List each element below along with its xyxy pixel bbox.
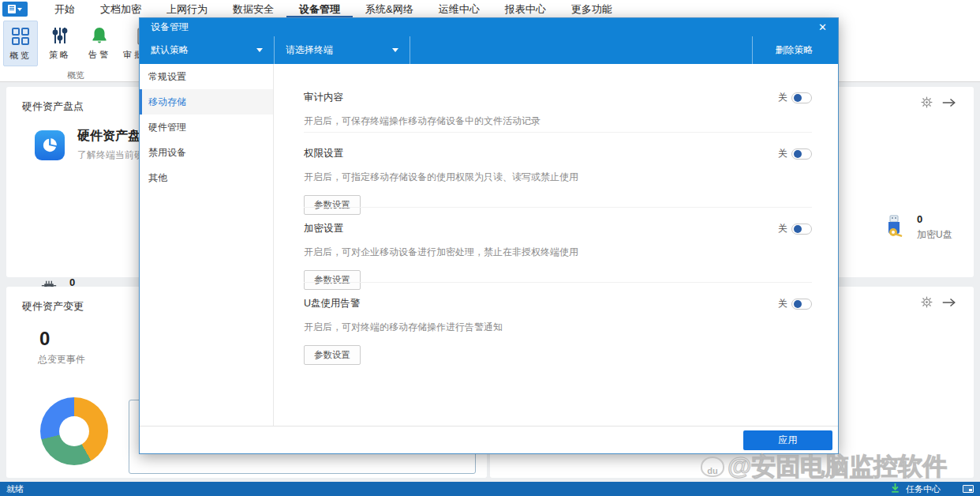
- ribbon-item-policy[interactable]: 策略: [43, 21, 77, 66]
- menu-item-system-network[interactable]: 系统&网络: [353, 0, 426, 17]
- menu-item-web-behavior[interactable]: 上网行为: [154, 0, 220, 17]
- gear-icon[interactable]: [921, 296, 933, 310]
- usb-label: 加密U盘: [917, 228, 952, 242]
- modal-title: 设备管理: [151, 21, 189, 34]
- task-center-link[interactable]: 任务中心: [906, 483, 941, 495]
- status-bar: 就绪 任务中心: [0, 482, 980, 496]
- bell-icon: [89, 25, 110, 46]
- card-title: 硬件资产变更: [22, 299, 84, 314]
- permission-toggle[interactable]: 关: [778, 147, 812, 160]
- ribbon-item-alert[interactable]: 告警: [82, 21, 117, 66]
- terminal-dropdown-value: 请选择终端: [286, 43, 333, 57]
- modal-toolbar: 默认策略 请选择终端 删除策略: [140, 36, 838, 64]
- card-title: 硬件资产盘点: [22, 100, 84, 114]
- toggle-state-label: 关: [778, 222, 787, 235]
- section-encryption-settings: 加密设置 关 开启后，可对企业移动设备进行加密处理，禁止在非授权终端使用 参数设…: [304, 222, 812, 290]
- encrypted-usb-icon: [884, 215, 904, 241]
- audit-toggle[interactable]: 关: [778, 91, 812, 104]
- pie-chart-icon: [35, 130, 65, 160]
- gear-icon[interactable]: [921, 96, 933, 111]
- modal-header: 设备管理 ✕: [140, 18, 838, 36]
- ribbon-item-label: 告警: [88, 49, 110, 61]
- sidebar-item-disabled-devices[interactable]: 禁用设备: [140, 140, 273, 165]
- sidebar-item-other[interactable]: 其他: [140, 165, 273, 190]
- chevron-down-icon: [256, 48, 263, 52]
- usb-count: 0: [917, 213, 952, 225]
- terminal-dropdown[interactable]: 请选择终端: [275, 36, 410, 64]
- menu-item-device-management[interactable]: 设备管理: [286, 0, 353, 17]
- total-change-value: 0: [39, 328, 50, 350]
- section-description: 开启后，可对企业移动设备进行加密处理，禁止在非授权终端使用: [304, 246, 812, 259]
- menu-item-more[interactable]: 更多功能: [559, 0, 625, 17]
- menu-item-start[interactable]: 开始: [42, 0, 88, 17]
- app-menu-button[interactable]: [2, 2, 28, 17]
- hardware-hero: 硬件资产盘点 了解终端当前硬件: [35, 128, 153, 162]
- toggle-state-label: 关: [778, 147, 787, 160]
- ribbon-item-overview[interactable]: 概览: [3, 21, 38, 66]
- close-icon[interactable]: ✕: [818, 22, 827, 32]
- menu-items: 开始 文档加密 上网行为 数据安全 设备管理 系统&网络 运维中心 报表中心 更…: [42, 0, 625, 17]
- section-title: U盘使用告警: [304, 297, 361, 310]
- arrow-right-icon[interactable]: [942, 297, 956, 310]
- usb-alert-toggle[interactable]: 关: [778, 297, 812, 310]
- app-logo-icon: [8, 5, 16, 13]
- modal-content: 审计内容 关 开启后，可保存终端操作移动存储设备中的文件活动记录 权限设置 关 …: [274, 64, 840, 427]
- section-permission-settings: 权限设置 关 开启后，可指定移动存储设备的使用权限为只读、读写或禁止使用 参数设…: [304, 147, 812, 215]
- device-management-modal: 设备管理 ✕ 默认策略 请选择终端 删除策略 常规设置 移动存储 硬件管理 禁用…: [139, 17, 839, 454]
- chevron-down-icon: [392, 48, 398, 52]
- ribbon-item-label: 策略: [49, 49, 71, 61]
- parameter-settings-button[interactable]: 参数设置: [304, 345, 361, 365]
- total-change-label: 总变更事件: [38, 353, 85, 366]
- sidebar-item-hardware-management[interactable]: 硬件管理: [140, 115, 273, 140]
- section-title: 审计内容: [304, 91, 343, 104]
- policy-dropdown-value: 默认策略: [151, 43, 189, 57]
- section-audit-content: 审计内容 关 开启后，可保存终端操作移动存储设备中的文件活动记录: [304, 91, 812, 128]
- delete-policy-button[interactable]: 删除策略: [750, 36, 838, 64]
- section-title: 加密设置: [304, 222, 343, 235]
- section-usb-alert: U盘使用告警 关 开启后，可对终端的移动存储操作进行告警通知 参数设置: [304, 297, 812, 365]
- section-description: 开启后，可对终端的移动存储操作进行告警通知: [304, 321, 812, 334]
- apply-button[interactable]: 应用: [743, 430, 832, 450]
- encrypted-usb-stat: 0 加密U盘: [884, 213, 952, 242]
- hardware-change-donut-chart: [40, 397, 108, 465]
- section-description: 开启后，可保存终端操作移动存储设备中的文件活动记录: [304, 115, 812, 128]
- menu-bar: 开始 文档加密 上网行为 数据安全 设备管理 系统&网络 运维中心 报表中心 更…: [0, 0, 980, 17]
- menu-item-doc-encrypt[interactable]: 文档加密: [88, 0, 154, 17]
- section-description: 开启后，可指定移动存储设备的使用权限为只读、读写或禁止使用: [304, 171, 812, 184]
- toggle-state-label: 关: [778, 297, 787, 310]
- parameter-settings-button[interactable]: 参数设置: [304, 195, 361, 215]
- parameter-settings-button[interactable]: 参数设置: [304, 270, 361, 290]
- status-ready-label: 就绪: [6, 483, 24, 495]
- policy-dropdown[interactable]: 默认策略: [140, 36, 274, 64]
- sidebar-item-general-settings[interactable]: 常规设置: [140, 64, 273, 89]
- sidebar-item-mobile-storage[interactable]: 移动存储: [140, 89, 273, 115]
- menu-item-ops-center[interactable]: 运维中心: [426, 0, 492, 17]
- modal-footer: 应用: [140, 426, 838, 453]
- toggle-switch[interactable]: [791, 224, 812, 235]
- toggle-switch[interactable]: [791, 299, 812, 310]
- menu-item-report-center[interactable]: 报表中心: [492, 0, 559, 17]
- download-icon: [891, 483, 900, 494]
- ribbon-group-label: 概览: [0, 70, 151, 81]
- toggle-switch[interactable]: [791, 92, 812, 103]
- chevron-down-icon: [17, 8, 22, 11]
- grid-icon: [10, 26, 31, 47]
- tray-monitor-icon[interactable]: [963, 485, 974, 493]
- section-title: 权限设置: [304, 147, 343, 160]
- ribbon-item-label: 概览: [9, 50, 32, 62]
- encryption-toggle[interactable]: 关: [778, 222, 812, 235]
- arrow-right-icon[interactable]: [942, 97, 956, 111]
- sliders-icon: [50, 25, 70, 46]
- toggle-state-label: 关: [778, 91, 787, 104]
- menu-item-data-security[interactable]: 数据安全: [220, 0, 286, 17]
- toggle-switch[interactable]: [791, 148, 812, 160]
- modal-sidebar: 常规设置 移动存储 硬件管理 禁用设备 其他: [140, 64, 274, 427]
